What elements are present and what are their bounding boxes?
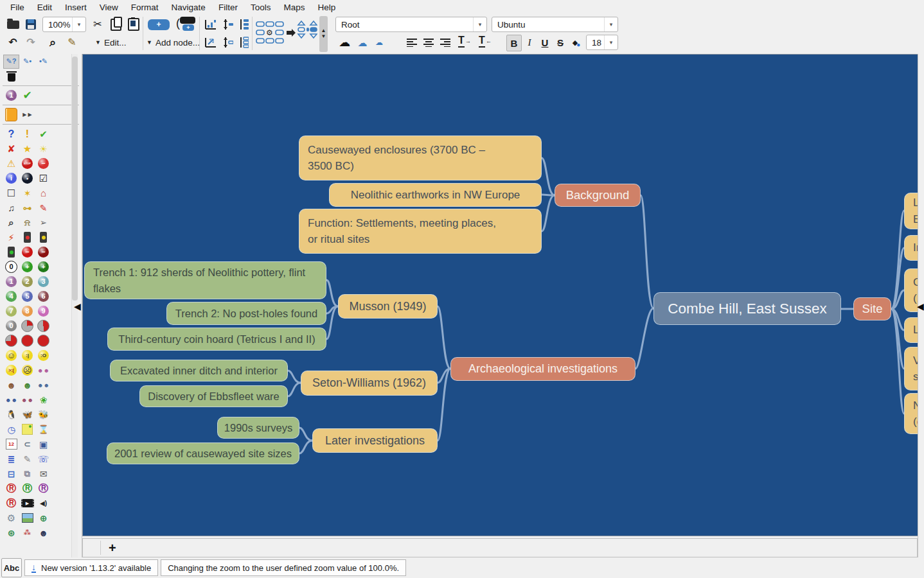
redo-button[interactable]: ↷ <box>23 35 39 50</box>
edit-menu-button[interactable]: ▼ Edit... <box>95 35 126 50</box>
yes-icon[interactable]: ! <box>19 127 35 141</box>
number-2-icon[interactable]: 2 <box>19 275 35 289</box>
number-7-icon[interactable]: 7 <box>3 304 19 319</box>
number-3-icon[interactable]: 3 <box>35 275 51 289</box>
left-panel-collapse-handle[interactable]: ◀ <box>74 302 81 311</box>
menu-help[interactable]: Help <box>311 1 342 13</box>
increase-vgap-button[interactable] <box>221 35 235 50</box>
underline-button[interactable]: U <box>538 35 551 50</box>
mindmap-node[interactable]: Causewayed enclosures (3700 BC – 3500 BC… <box>299 136 542 180</box>
briefcase-icon[interactable]: ▣ <box>35 437 51 451</box>
checked-icon[interactable]: ☑ <box>35 171 51 186</box>
mindmap-node[interactable]: N (c <box>904 393 919 434</box>
number-9-icon[interactable]: 9 <box>35 304 51 319</box>
chevron-down-icon[interactable]: ▾ <box>604 35 617 49</box>
menu-view[interactable]: View <box>93 1 125 13</box>
person-icon[interactable]: ☻ <box>3 378 19 392</box>
person-dark-icon[interactable]: ☻ <box>35 526 51 540</box>
mindmap-canvas[interactable]: Causewayed enclosures (3700 BC – 3500 BC… <box>82 54 919 536</box>
mindmap-node[interactable]: Discovery of Ebbsfleet ware <box>139 385 288 407</box>
menu-format[interactable]: Format <box>125 1 165 13</box>
flash-icon[interactable]: ⚡ <box>3 231 19 245</box>
video-icon[interactable]: ▶ <box>19 496 35 511</box>
save-map-button[interactable] <box>23 17 39 32</box>
progress-full-icon[interactable] <box>35 334 51 348</box>
remove-dark-icon[interactable]: − <box>35 245 51 259</box>
block-icon[interactable]: − <box>35 157 51 171</box>
cloud-color-button[interactable]: ☁ <box>371 35 387 50</box>
font-color-button[interactable]: ◆● <box>569 35 583 50</box>
mindmap-node[interactable]: Neolithic earthworks in NW Europe <box>329 183 542 207</box>
trafficlight-red-icon[interactable] <box>19 231 35 245</box>
find-button[interactable]: ⌕ <box>45 35 60 50</box>
bold-button[interactable]: B <box>506 35 522 51</box>
copy-button[interactable] <box>108 17 123 32</box>
palette-scrollbar-thumb[interactable] <box>72 57 78 301</box>
right-panel-collapse-handle[interactable]: ◀ <box>917 302 924 311</box>
hourglass-icon[interactable]: ⌛ <box>35 423 51 437</box>
strikethrough-button[interactable]: S <box>554 35 567 50</box>
star-icon[interactable]: ★ <box>19 142 35 156</box>
mindmap-node[interactable]: L E <box>904 193 919 229</box>
node-list-spacing-button[interactable] <box>236 17 251 32</box>
launch-rocket-icon[interactable]: ➢ <box>35 216 51 230</box>
person-green-icon[interactable]: ☻ <box>19 378 35 392</box>
plus-icon[interactable]: + <box>19 260 35 274</box>
globe2-icon[interactable]: ⊛ <box>3 526 19 540</box>
not-ok-icon[interactable]: ✘ <box>3 142 19 156</box>
revision-green-icon[interactable]: Ⓡ <box>19 482 35 496</box>
calendar-icon[interactable]: 12 <box>3 437 19 451</box>
mindmap-node[interactable]: Background <box>555 184 641 207</box>
menu-edit[interactable]: Edit <box>31 1 58 13</box>
mindmap-node[interactable]: Musson (1949) <box>338 294 438 319</box>
persons-pair-icon[interactable]: ☻☻ <box>35 378 51 392</box>
cut-button[interactable]: ✂ <box>90 17 105 32</box>
unchecked-icon[interactable]: ☐ <box>3 186 19 200</box>
mindmap-node[interactable]: Later investigations <box>312 428 438 453</box>
mindmap-node[interactable]: Third-century coin hoard (Tetricus I and… <box>107 328 326 351</box>
stop-sign-icon[interactable]: STOP <box>19 157 35 171</box>
clock-icon[interactable]: ◷ <box>3 423 19 437</box>
group-blue-icon[interactable]: ☻☻ <box>3 393 19 407</box>
mindmap-node[interactable]: 2001 review of causewayed site sizes <box>107 442 299 464</box>
smiley-neutral-icon[interactable]: :| <box>19 349 35 363</box>
layout-preset-control[interactable]: ⚙ <box>256 19 317 49</box>
info-icon[interactable]: i <box>3 171 19 186</box>
trafficlight-green-icon[interactable] <box>3 245 19 259</box>
group-color-icon[interactable]: ☻☻ <box>19 393 35 407</box>
wizard-icon[interactable]: ✶ <box>19 186 35 200</box>
decrease-vgap-button[interactable] <box>221 17 235 32</box>
menu-file[interactable]: File <box>4 1 31 13</box>
font-family-select[interactable]: Ubuntu ▾ <box>492 17 618 32</box>
attribute-edit-icon[interactable]: •✎ <box>35 55 51 69</box>
menu-tools[interactable]: Tools <box>244 1 278 13</box>
mindmap-chart-icon[interactable]: ⁂ <box>19 526 35 540</box>
node-list-spacing2-button[interactable] <box>236 35 251 50</box>
menu-insert[interactable]: Insert <box>58 1 93 13</box>
globe-icon[interactable]: ⊕ <box>35 511 51 525</box>
list-icon[interactable]: ≣ <box>3 452 19 466</box>
mindmap-node[interactable]: V s <box>904 347 919 390</box>
penguin-icon[interactable]: 🐧 <box>3 408 19 422</box>
number-4-icon[interactable]: 4 <box>3 290 19 304</box>
text-direction-ltr-button[interactable]: T→ <box>456 33 473 49</box>
plus-dark-icon[interactable]: + <box>35 260 51 274</box>
cloud-shape-button[interactable]: ☁ <box>355 35 370 50</box>
bee-icon[interactable]: 🐝 <box>35 408 51 422</box>
progress-50-icon[interactable] <box>35 319 51 333</box>
format-painter-button[interactable]: ✎ <box>64 35 80 50</box>
gear-icon[interactable]: ⚙ <box>3 511 19 525</box>
ok-check-icon[interactable]: ✔ <box>19 89 35 103</box>
smiley-oh-icon[interactable]: :O <box>35 349 51 363</box>
smiley-angry-icon[interactable]: >:( <box>3 363 19 378</box>
add-sibling-node-button[interactable]: (+ <box>175 16 197 31</box>
trash-icon[interactable] <box>3 69 19 83</box>
edit-attribute-done-icon[interactable]: ✎• <box>19 55 35 69</box>
chevron-down-icon[interactable]: ▾ <box>72 17 85 31</box>
remove-icon[interactable]: − <box>19 245 35 259</box>
font-size-select[interactable]: 18 ▾ <box>586 35 618 50</box>
mindmap-node[interactable]: Excavated inner ditch and interior <box>110 360 288 381</box>
magnifier-icon[interactable]: ⌕ <box>3 216 19 230</box>
mindmap-node[interactable]: Trench 2: No post-holes found <box>166 302 326 325</box>
image-icon[interactable] <box>19 511 35 525</box>
